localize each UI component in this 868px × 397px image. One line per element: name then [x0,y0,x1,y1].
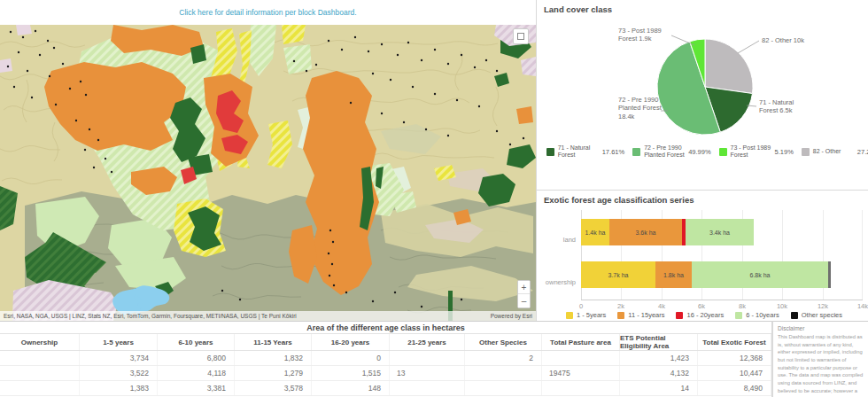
map-attribution-bar: Esri, NASA, NGA, USGS | LINZ, Stats NZ, … [0,311,536,321]
bar-ownership-seg-6-10y[interactable]: 6.8k ha [692,261,828,288]
legend-swatch-other [802,148,810,156]
pie-legend-item-post1989: 73 - Post 1989 Forest 5.19% [719,144,794,160]
col-total-pasture: Total Pasture area [542,334,620,350]
x-tick-2k: 2k [617,302,624,310]
pie-callout-natural: 71 - Natural Forest 6.5k [759,98,812,115]
legend-swatch-natural [546,148,554,156]
bar-panel-title: Exotic forest age classification series [544,195,694,205]
legend-swatch-1-5y [566,312,573,319]
x-tick-4k: 4k [658,302,665,310]
col-6-10-years: 6-10 years [158,334,235,350]
disclaimer-panel: Disclaimer This Dashboard map is distrib… [772,321,868,397]
disclaimer-body: This Dashboard map is distributed as is,… [778,333,864,397]
table-row: 1,383 3,381 3,578 148 14 8,490 [0,381,771,396]
legend-swatch-other-species [791,312,798,319]
pie-chart [537,0,868,191]
x-tick-12k: 12k [818,302,828,310]
pie-legend-item-other: 82 - Other 27.21% [802,144,868,160]
age-class-table-panel: Area of the different age class in hecta… [0,321,772,397]
legend-swatch-post1989 [719,148,727,156]
col-11-15-years: 11-15 Years [235,334,312,350]
pie-legend-item-pre1990: 72 - Pre 1990 Planted Forest 49.99% [632,144,710,160]
pie-callout-post1989: 73 - Post 1989 Forest 1.9k [618,27,673,43]
bar-legend-item-1-5y: 1 - 5years [566,311,606,319]
bar-land-seg-6-10y[interactable]: 3.4k ha [686,219,754,245]
exotic-forest-panel: Exotic forest age classification series … [536,191,868,321]
col-16-20-years: 16-20 years [312,334,390,350]
col-total-exotic: Total Exotic Forest [698,334,771,350]
bar-category-ownership: ownership [537,278,576,286]
bar-legend-item-6-10y: 6 - 10years [735,311,779,319]
pie-legend-item-natural: 71 - Natural Forest 17.61% [546,144,624,160]
zoom-out-button[interactable]: – [518,294,530,307]
detail-dashboard-link[interactable]: Click here for detail information per bl… [179,8,356,17]
bar-plot-area: 1.4k ha 3.6k ha 3.4k ha 3.7k ha 1.8k ha … [581,210,863,300]
bar-ownership: 3.7k ha 1.8k ha 6.8k ha [581,261,831,288]
col-21-25-years: 21-25 years [390,334,465,350]
map-widget-button[interactable] [513,28,529,44]
map-attribution-text: Esri, NASA, NGA, USGS | LINZ, Stats NZ, … [4,313,297,319]
legend-swatch-11-15y [617,312,624,319]
bar-ownership-seg-other[interactable] [828,261,831,288]
table-header-row: Ownership 1-5 years 6-10 years 11-15 Yea… [0,334,771,351]
bar-legend: 1 - 5years 11 - 15years 16 - 20years 6 -… [546,311,863,319]
pie-slice-other[interactable] [705,39,753,94]
layers-icon [517,33,524,40]
disclaimer-title: Disclaimer [778,325,864,331]
bar-land-seg-11-15y[interactable]: 3.6k ha [609,219,682,245]
x-tick-8k: 8k [739,302,746,310]
map-panel[interactable]: + – Esri, NASA, NGA, USGS | LINZ, Stats … [0,25,536,321]
col-ets-eligibility: ETS Potential Eligibility Area [620,334,698,350]
x-tick-6k: 6k [698,302,705,310]
legend-swatch-pre1990 [632,148,640,156]
table-row: 3,522 4,118 1,279 1,515 13 19475 4,132 1… [0,366,771,381]
top-link-bar: Click here for detail information per bl… [0,0,536,25]
pie-callout-other: 82 - Other 10k [762,36,828,44]
col-ownership: Ownership [0,334,80,350]
table-row: 3,734 6,800 1,832 0 2 1,423 12,368 [0,351,771,366]
legend-swatch-16-20y [676,312,683,319]
gridline [862,210,863,300]
land-cover-panel: Land cover class 73 - Post 1989 Forest 1… [536,0,868,191]
zoom-in-button[interactable]: + [518,281,530,294]
table-title: Area of the different age class in hecta… [0,322,771,334]
map-canvas[interactable] [0,25,536,321]
pie-callout-pre1990: 72 - Pre 1990 Planted Forest 18.4k [618,96,670,121]
legend-swatch-6-10y [735,312,742,319]
bar-legend-item-other: Other species [791,311,842,319]
x-tick-14k: 14k [857,302,868,310]
dashboard-page: Click here for detail information per bl… [0,0,868,397]
powered-by-esri: Powered by Esri [491,313,532,319]
x-tick-10k: 10k [777,302,787,310]
bar-legend-item-11-15y: 11 - 15years [617,311,664,319]
bar-land: 1.4k ha 3.6k ha 3.4k ha [581,219,754,245]
bar-legend-item-16-20y: 16 - 20years [676,311,724,319]
col-1-5-years: 1-5 years [80,334,158,350]
x-tick-0: 0 [579,302,583,310]
bar-ownership-seg-1-5y[interactable]: 3.7k ha [581,261,655,288]
map-zoom-control: + – [517,280,531,308]
bar-ownership-seg-11-15y[interactable]: 1.8k ha [655,261,692,288]
bar-category-land: land [537,236,576,244]
pie-legend: 71 - Natural Forest 17.61% 72 - Pre 1990… [563,144,863,160]
bar-land-seg-1-5y[interactable]: 1.4k ha [581,219,609,245]
col-other-species: Other Species [465,334,542,350]
